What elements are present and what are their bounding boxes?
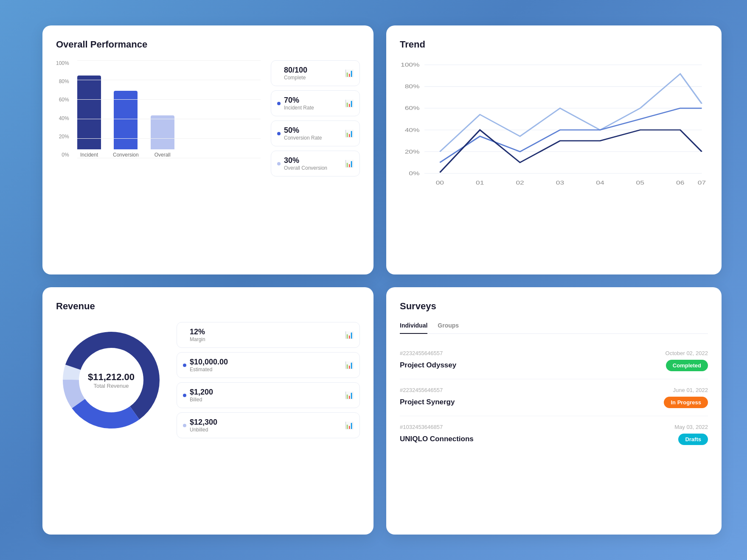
survey-name-odyssey: Project Odyssey [400,361,456,370]
surveys-tabs: Individual Groups [400,322,708,334]
donut-center: $11,212.00 Total Revenue [88,372,135,389]
metric-unbilled: $12,300 Unbilled 📊 [177,412,360,438]
svg-text:60%: 60% [405,105,420,111]
survey-date-odyssey: October 02, 2022 [666,350,708,356]
svg-text:20%: 20% [405,148,420,154]
bar-chart-icon-4: 📊 [345,160,354,168]
metric-dot-estimated [183,364,186,367]
metric-dot-billed [183,394,186,397]
performance-title: Overall Performance [56,39,360,50]
metric-billed-value: $1,200 [190,388,213,397]
svg-text:00: 00 [436,180,444,186]
svg-text:02: 02 [516,180,524,186]
bar-chart-icon-3: 📊 [345,129,354,137]
svg-text:100%: 100% [401,62,420,67]
metric-conversion: 50% Conversion Rate 📊 [271,120,360,146]
trend-svg: 100% 80% 60% 40% 20% 0% 00 01 02 03 04 [400,60,708,196]
performance-content: 100% 80% 60% 40% 20% 0% [56,60,360,176]
donut-value: $11,212.00 [88,372,135,383]
survey-date-uniqlo: May 03, 2022 [674,424,708,430]
metric-conversion-value: 50% [284,126,322,135]
metric-dot-overall [277,162,281,165]
metric-complete: 80/100 Complete 📊 [271,60,360,86]
metric-margin-value: 12% [190,328,205,336]
metric-complete-value: 80/100 [284,66,307,75]
metric-dot-unbilled [183,424,186,427]
metric-conversion-label: Conversion Rate [284,135,322,141]
surveys-title: Surveys [400,301,708,312]
bar-chart-icon-margin: 📊 [345,331,354,339]
survey-name-synergy: Project Synergy [400,398,455,406]
badge-drafts: Drafts [678,434,708,445]
metric-unbilled-label: Unbilled [190,427,217,433]
svg-text:01: 01 [476,180,484,186]
svg-text:03: 03 [556,180,564,186]
tab-individual[interactable]: Individual [400,322,427,334]
bar-chart-icon-unbilled: 📊 [345,421,354,429]
bar-chart-icon: 📊 [345,69,354,77]
badge-inprogress: In Progress [664,397,708,408]
performance-metrics: 80/100 Complete 📊 70% Incident Rate [271,60,360,176]
metric-billed-label: Billed [190,397,213,403]
metric-incident: 70% Incident Rate 📊 [271,90,360,116]
metric-estimated-value: $10,000.00 [190,358,228,367]
dashboard: Overall Performance 100% 80% 60% 40% 20%… [0,0,747,560]
donut-sub: Total Revenue [88,383,135,389]
metric-estimated-label: Estimated [190,367,228,372]
metric-incident-value: 70% [284,96,314,105]
donut-container: $11,212.00 Total Revenue [56,325,166,435]
survey-id-synergy: #2232455646557 [400,387,443,393]
metric-complete-label: Complete [284,75,307,81]
bar-chart-icon-billed: 📊 [345,391,354,399]
metric-margin-label: Margin [190,336,205,342]
bar-chart: 100% 80% 60% 40% 20% 0% [56,60,261,171]
y-axis: 100% 80% 60% 40% 20% 0% [56,60,73,158]
tab-groups[interactable]: Groups [438,322,459,334]
svg-text:04: 04 [596,180,604,186]
survey-id-uniqlo: #1032453646857 [400,424,443,430]
svg-text:40%: 40% [405,127,420,133]
trend-chart: 100% 80% 60% 40% 20% 0% 00 01 02 03 04 [400,60,708,196]
svg-text:0%: 0% [409,170,420,176]
revenue-content: $11,212.00 Total Revenue 12% Margin 📊 [56,322,360,438]
svg-text:07: 07 [698,180,706,186]
survey-id-odyssey: #2232455646557 [400,350,443,356]
metric-overall-conversion: 30% Overall Conversion 📊 [271,151,360,176]
trend-card: Trend 100% 80% 60% 40% 20% 0% [386,25,722,274]
trend-title: Trend [400,39,708,50]
bar-chart-icon-2: 📊 [345,99,354,107]
metric-overall-label: Overall Conversion [284,165,327,171]
metric-estimated: $10,000.00 Estimated 📊 [177,352,360,378]
survey-item-uniqlo: #1032453646857 May 03, 2022 UNIQLO Conne… [400,416,708,453]
metric-overall-value: 30% [284,156,327,165]
surveys-card: Surveys Individual Groups #2232455646557… [386,287,722,535]
chart-gridlines [77,60,261,158]
badge-completed: Completed [666,360,708,371]
svg-text:06: 06 [676,180,684,186]
metric-margin: 12% Margin 📊 [177,322,360,348]
bar-chart-area: 100% 80% 60% 40% 20% 0% [56,60,261,171]
metric-unbilled-value: $12,300 [190,418,217,427]
survey-date-synergy: June 01, 2022 [673,387,708,393]
svg-text:80%: 80% [405,83,420,89]
revenue-metrics: 12% Margin 📊 $10,000.00 Estimated [177,322,360,438]
survey-item-synergy: #2232455646557 June 01, 2022 Project Syn… [400,379,708,416]
revenue-card: Revenue $11,212.00 Total Revenue [42,287,374,535]
bar-chart-icon-estimated: 📊 [345,361,354,369]
svg-text:05: 05 [636,180,644,186]
metric-dot-incident [277,102,281,105]
revenue-title: Revenue [56,301,360,312]
performance-card: Overall Performance 100% 80% 60% 40% 20%… [42,25,374,274]
metric-incident-label: Incident Rate [284,105,314,111]
metric-dot-conversion [277,132,281,135]
survey-item-odyssey: #2232455646557 October 02, 2022 Project … [400,342,708,379]
metric-billed: $1,200 Billed 📊 [177,382,360,408]
survey-name-uniqlo: UNIQLO Connections [400,435,474,443]
